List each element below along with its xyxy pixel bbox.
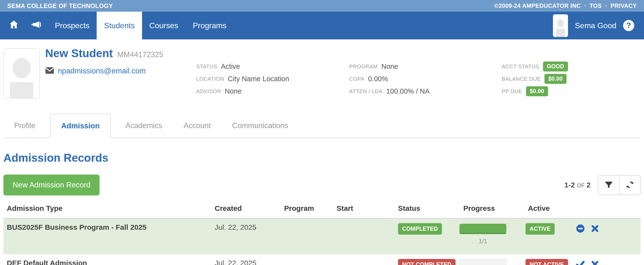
program-cell — [284, 254, 336, 265]
pp-due-badge: $0.00 — [526, 86, 548, 96]
main-navbar: Prospects Students Courses Programs Sema… — [0, 12, 644, 39]
table-row: BUS2025F Business Program - Fall 2025 Ju… — [4, 218, 640, 254]
refresh-icon — [626, 180, 634, 190]
separator-dot: · — [584, 3, 586, 9]
status-badge: NOT COMPLETED — [398, 259, 456, 265]
info-value: None — [225, 87, 242, 95]
column-header-progress[interactable]: Progress — [459, 204, 522, 218]
new-admission-record-button[interactable]: New Admission Record — [4, 175, 100, 195]
info-label: ATTEN / LDA — [349, 88, 382, 95]
filter-icon — [605, 181, 613, 190]
separator-dot: · — [605, 3, 607, 9]
column-header-start[interactable]: Start — [336, 204, 389, 218]
tab-profile[interactable]: Profile — [4, 114, 46, 138]
progress-bar: 1/1 — [459, 223, 507, 245]
page-title: Admission Records — [4, 151, 640, 164]
created-cell: Jul. 22, 2025 — [215, 218, 284, 254]
progress-label: 1/1 — [459, 238, 507, 245]
balance-due-badge: $0.00 — [544, 74, 566, 84]
nav-label: Prospects — [55, 21, 89, 30]
home-icon — [9, 20, 19, 32]
nav-item-programs[interactable]: Programs — [186, 12, 234, 39]
tos-link[interactable]: TOS — [590, 3, 602, 9]
minus-circle-icon[interactable] — [576, 224, 585, 233]
column-header-actions — [576, 204, 640, 218]
program-cell — [284, 218, 336, 254]
status-badge: COMPLETED — [398, 223, 442, 235]
pagination-count: 1-2OF2 — [564, 181, 590, 189]
nav-item-courses[interactable]: Courses — [142, 12, 186, 39]
table-header-row: Admission Type Created Program Start Sta… — [4, 204, 640, 218]
column-header-program[interactable]: Program — [284, 204, 336, 218]
filter-button[interactable] — [598, 175, 619, 194]
nav-item-students[interactable]: Students — [97, 12, 142, 39]
envelope-icon — [45, 67, 54, 75]
home-button[interactable] — [3, 12, 25, 39]
info-label: BALANCE DUE — [502, 76, 541, 82]
count-range: 1-2 — [564, 181, 575, 189]
column-header-admission-type[interactable]: Admission Type — [4, 204, 215, 218]
student-header: New Student MM44172325 npadmissions@emai… — [4, 48, 644, 104]
acct-status-badge: GOOD — [543, 62, 568, 72]
nav-label: Students — [104, 21, 134, 30]
user-name[interactable]: Sema Good — [575, 21, 616, 30]
info-label: PP DUE — [502, 88, 522, 95]
info-value: Active — [221, 63, 240, 71]
student-id: MM44172325 — [117, 50, 164, 59]
info-label: ADVISOR — [196, 88, 221, 95]
info-label: PROGRAM — [349, 64, 378, 70]
student-info-column-3: ACCT STATUS GOOD BALANCE DUE $0.00 PP DU… — [502, 60, 568, 98]
student-info-column-2: PROGRAM None CGPA 0.00% ATTEN / LDA 100.… — [349, 60, 430, 98]
info-value: None — [381, 63, 398, 71]
nav-label: Courses — [149, 21, 178, 30]
student-name: New Student — [45, 47, 113, 60]
start-cell — [336, 254, 389, 265]
top-strip: SEMA COLLEGE OF TECHNOLOGY ©2009-24 AMPE… — [0, 0, 644, 12]
active-badge: ACTIVE — [526, 223, 555, 235]
info-label: CGPA — [349, 76, 364, 82]
student-info-column-1: STATUS Active LOCATION City Name Locatio… — [196, 60, 289, 98]
nav-item-prospects[interactable]: Prospects — [48, 12, 97, 39]
admission-type-cell[interactable]: BUS2025F Business Program - Fall 2025 — [4, 218, 215, 254]
records-toolbar: New Admission Record 1-2OF2 — [4, 175, 640, 195]
tab-communications[interactable]: Communications — [222, 114, 299, 138]
count-total: 2 — [586, 181, 590, 189]
created-cell: Jul. 22, 2025 — [215, 254, 284, 265]
user-avatar[interactable] — [553, 14, 568, 37]
privacy-link[interactable]: PRIVACY — [610, 3, 637, 9]
start-cell — [336, 218, 389, 254]
column-header-active[interactable]: Active — [522, 204, 576, 218]
count-of-label: OF — [577, 182, 584, 189]
admission-type-cell[interactable]: DEF Default Admission — [4, 254, 215, 265]
student-avatar[interactable] — [4, 48, 40, 99]
check-icon[interactable] — [576, 259, 585, 265]
tab-admission[interactable]: Admission — [50, 114, 111, 138]
info-value: 0.00% — [368, 75, 388, 83]
table-row: DEF Default Admission Jul. 22, 2025 NOT … — [4, 254, 640, 265]
tab-account[interactable]: Account — [173, 114, 222, 138]
school-name: SEMA COLLEGE OF TECHNOLOGY — [7, 3, 113, 10]
student-tabs: Profile Admission Academics Account Comm… — [4, 114, 640, 138]
student-email-link[interactable]: npadmissions@email.com — [58, 67, 146, 75]
active-badge: NOT ACTIVE — [526, 259, 568, 265]
column-header-created[interactable]: Created — [215, 204, 284, 218]
x-icon[interactable] — [590, 224, 600, 233]
admission-records-table: Admission Type Created Program Start Sta… — [4, 204, 640, 265]
megaphone-icon — [30, 20, 42, 32]
copyright-text: ©2009-24 AMPEDUCATOR INC — [494, 3, 580, 9]
info-label: ACCT STATUS — [502, 64, 539, 70]
x-icon[interactable] — [590, 259, 600, 265]
help-icon[interactable]: ? — [623, 20, 634, 31]
nav-label: Programs — [193, 21, 226, 30]
info-value: City Name Location — [228, 75, 289, 83]
column-header-status[interactable]: Status — [389, 204, 459, 218]
announcements-button[interactable] — [25, 12, 48, 39]
info-value: 100.00% / NA — [386, 87, 430, 95]
progress-bar: 0/5 — [459, 259, 507, 265]
info-label: LOCATION — [196, 76, 224, 82]
refresh-button[interactable] — [619, 175, 640, 194]
info-label: STATUS — [196, 64, 217, 70]
tab-academics[interactable]: Academics — [114, 114, 173, 138]
